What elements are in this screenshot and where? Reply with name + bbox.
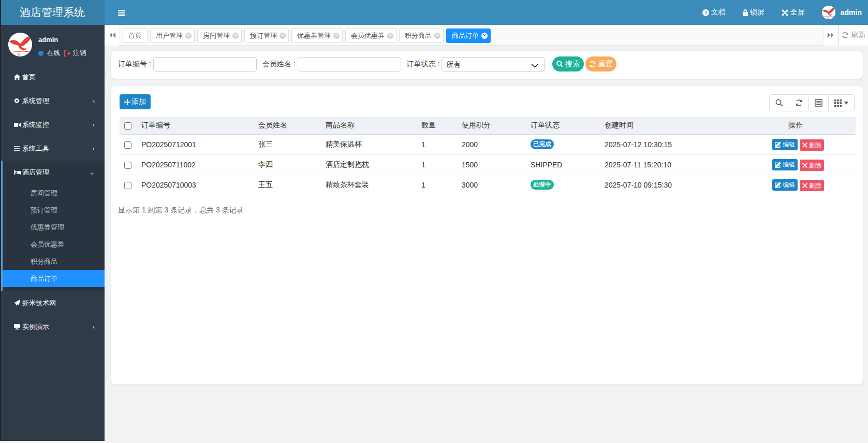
svg-text:?: ? <box>704 10 707 15</box>
